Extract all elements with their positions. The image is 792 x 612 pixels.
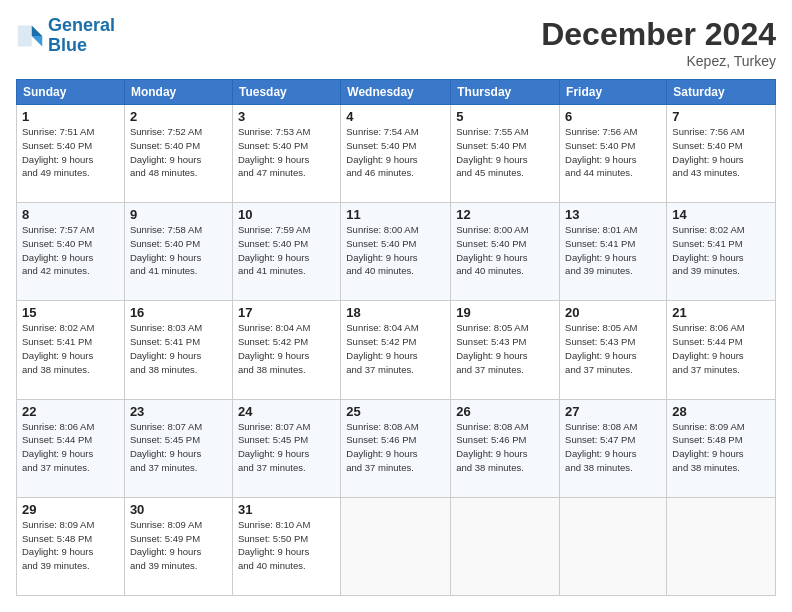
day-info: Sunrise: 7:52 AM Sunset: 5:40 PM Dayligh…	[130, 125, 227, 180]
day-number: 17	[238, 305, 335, 320]
weekday-wednesday: Wednesday	[341, 80, 451, 105]
week-row-1: 1Sunrise: 7:51 AM Sunset: 5:40 PM Daylig…	[17, 105, 776, 203]
day-info: Sunrise: 8:09 AM Sunset: 5:49 PM Dayligh…	[130, 518, 227, 573]
day-info: Sunrise: 8:05 AM Sunset: 5:43 PM Dayligh…	[456, 321, 554, 376]
day-number: 30	[130, 502, 227, 517]
header: General Blue December 2024 Kepez, Turkey	[16, 16, 776, 69]
day-number: 20	[565, 305, 661, 320]
day-number: 28	[672, 404, 770, 419]
calendar-body: 1Sunrise: 7:51 AM Sunset: 5:40 PM Daylig…	[17, 105, 776, 596]
day-number: 2	[130, 109, 227, 124]
day-info: Sunrise: 7:56 AM Sunset: 5:40 PM Dayligh…	[672, 125, 770, 180]
day-info: Sunrise: 8:00 AM Sunset: 5:40 PM Dayligh…	[346, 223, 445, 278]
day-cell: 17Sunrise: 8:04 AM Sunset: 5:42 PM Dayli…	[232, 301, 340, 399]
day-info: Sunrise: 8:06 AM Sunset: 5:44 PM Dayligh…	[672, 321, 770, 376]
day-cell: 20Sunrise: 8:05 AM Sunset: 5:43 PM Dayli…	[560, 301, 667, 399]
logo-icon	[16, 22, 44, 50]
day-info: Sunrise: 8:09 AM Sunset: 5:48 PM Dayligh…	[672, 420, 770, 475]
day-info: Sunrise: 8:02 AM Sunset: 5:41 PM Dayligh…	[672, 223, 770, 278]
day-cell: 29Sunrise: 8:09 AM Sunset: 5:48 PM Dayli…	[17, 497, 125, 595]
weekday-monday: Monday	[124, 80, 232, 105]
calendar-table: SundayMondayTuesdayWednesdayThursdayFrid…	[16, 79, 776, 596]
day-number: 16	[130, 305, 227, 320]
day-cell: 14Sunrise: 8:02 AM Sunset: 5:41 PM Dayli…	[667, 203, 776, 301]
day-cell: 5Sunrise: 7:55 AM Sunset: 5:40 PM Daylig…	[451, 105, 560, 203]
day-cell: 2Sunrise: 7:52 AM Sunset: 5:40 PM Daylig…	[124, 105, 232, 203]
day-cell: 30Sunrise: 8:09 AM Sunset: 5:49 PM Dayli…	[124, 497, 232, 595]
day-cell: 16Sunrise: 8:03 AM Sunset: 5:41 PM Dayli…	[124, 301, 232, 399]
day-info: Sunrise: 7:53 AM Sunset: 5:40 PM Dayligh…	[238, 125, 335, 180]
day-number: 1	[22, 109, 119, 124]
day-cell	[560, 497, 667, 595]
day-number: 25	[346, 404, 445, 419]
day-cell: 23Sunrise: 8:07 AM Sunset: 5:45 PM Dayli…	[124, 399, 232, 497]
day-number: 22	[22, 404, 119, 419]
day-cell: 3Sunrise: 7:53 AM Sunset: 5:40 PM Daylig…	[232, 105, 340, 203]
weekday-tuesday: Tuesday	[232, 80, 340, 105]
day-info: Sunrise: 7:59 AM Sunset: 5:40 PM Dayligh…	[238, 223, 335, 278]
day-number: 14	[672, 207, 770, 222]
day-info: Sunrise: 8:09 AM Sunset: 5:48 PM Dayligh…	[22, 518, 119, 573]
day-info: Sunrise: 8:05 AM Sunset: 5:43 PM Dayligh…	[565, 321, 661, 376]
location: Kepez, Turkey	[541, 53, 776, 69]
day-cell: 22Sunrise: 8:06 AM Sunset: 5:44 PM Dayli…	[17, 399, 125, 497]
day-number: 13	[565, 207, 661, 222]
day-cell: 27Sunrise: 8:08 AM Sunset: 5:47 PM Dayli…	[560, 399, 667, 497]
day-cell	[451, 497, 560, 595]
day-number: 11	[346, 207, 445, 222]
day-cell: 25Sunrise: 8:08 AM Sunset: 5:46 PM Dayli…	[341, 399, 451, 497]
day-number: 8	[22, 207, 119, 222]
day-cell: 18Sunrise: 8:04 AM Sunset: 5:42 PM Dayli…	[341, 301, 451, 399]
day-info: Sunrise: 8:04 AM Sunset: 5:42 PM Dayligh…	[346, 321, 445, 376]
day-info: Sunrise: 8:07 AM Sunset: 5:45 PM Dayligh…	[238, 420, 335, 475]
day-cell: 26Sunrise: 8:08 AM Sunset: 5:46 PM Dayli…	[451, 399, 560, 497]
day-cell	[667, 497, 776, 595]
day-number: 19	[456, 305, 554, 320]
day-number: 12	[456, 207, 554, 222]
weekday-friday: Friday	[560, 80, 667, 105]
day-info: Sunrise: 8:00 AM Sunset: 5:40 PM Dayligh…	[456, 223, 554, 278]
day-cell: 7Sunrise: 7:56 AM Sunset: 5:40 PM Daylig…	[667, 105, 776, 203]
day-number: 4	[346, 109, 445, 124]
day-number: 10	[238, 207, 335, 222]
day-number: 3	[238, 109, 335, 124]
svg-marker-0	[32, 25, 43, 36]
day-number: 18	[346, 305, 445, 320]
weekday-saturday: Saturday	[667, 80, 776, 105]
logo-line2: Blue	[48, 36, 115, 56]
day-info: Sunrise: 7:57 AM Sunset: 5:40 PM Dayligh…	[22, 223, 119, 278]
day-info: Sunrise: 7:51 AM Sunset: 5:40 PM Dayligh…	[22, 125, 119, 180]
week-row-3: 15Sunrise: 8:02 AM Sunset: 5:41 PM Dayli…	[17, 301, 776, 399]
day-cell: 15Sunrise: 8:02 AM Sunset: 5:41 PM Dayli…	[17, 301, 125, 399]
day-info: Sunrise: 8:08 AM Sunset: 5:47 PM Dayligh…	[565, 420, 661, 475]
day-number: 9	[130, 207, 227, 222]
day-cell: 1Sunrise: 7:51 AM Sunset: 5:40 PM Daylig…	[17, 105, 125, 203]
day-info: Sunrise: 8:03 AM Sunset: 5:41 PM Dayligh…	[130, 321, 227, 376]
day-number: 5	[456, 109, 554, 124]
day-info: Sunrise: 8:08 AM Sunset: 5:46 PM Dayligh…	[456, 420, 554, 475]
day-info: Sunrise: 8:04 AM Sunset: 5:42 PM Dayligh…	[238, 321, 335, 376]
day-cell: 13Sunrise: 8:01 AM Sunset: 5:41 PM Dayli…	[560, 203, 667, 301]
day-number: 26	[456, 404, 554, 419]
day-cell: 8Sunrise: 7:57 AM Sunset: 5:40 PM Daylig…	[17, 203, 125, 301]
day-cell: 31Sunrise: 8:10 AM Sunset: 5:50 PM Dayli…	[232, 497, 340, 595]
day-number: 7	[672, 109, 770, 124]
day-number: 23	[130, 404, 227, 419]
day-cell: 6Sunrise: 7:56 AM Sunset: 5:40 PM Daylig…	[560, 105, 667, 203]
logo: General Blue	[16, 16, 115, 56]
day-number: 27	[565, 404, 661, 419]
day-info: Sunrise: 8:01 AM Sunset: 5:41 PM Dayligh…	[565, 223, 661, 278]
day-cell: 4Sunrise: 7:54 AM Sunset: 5:40 PM Daylig…	[341, 105, 451, 203]
week-row-2: 8Sunrise: 7:57 AM Sunset: 5:40 PM Daylig…	[17, 203, 776, 301]
week-row-5: 29Sunrise: 8:09 AM Sunset: 5:48 PM Dayli…	[17, 497, 776, 595]
weekday-sunday: Sunday	[17, 80, 125, 105]
day-number: 24	[238, 404, 335, 419]
day-info: Sunrise: 7:55 AM Sunset: 5:40 PM Dayligh…	[456, 125, 554, 180]
title-area: December 2024 Kepez, Turkey	[541, 16, 776, 69]
day-number: 31	[238, 502, 335, 517]
day-number: 21	[672, 305, 770, 320]
week-row-4: 22Sunrise: 8:06 AM Sunset: 5:44 PM Dayli…	[17, 399, 776, 497]
day-info: Sunrise: 8:10 AM Sunset: 5:50 PM Dayligh…	[238, 518, 335, 573]
day-info: Sunrise: 8:08 AM Sunset: 5:46 PM Dayligh…	[346, 420, 445, 475]
day-cell: 21Sunrise: 8:06 AM Sunset: 5:44 PM Dayli…	[667, 301, 776, 399]
